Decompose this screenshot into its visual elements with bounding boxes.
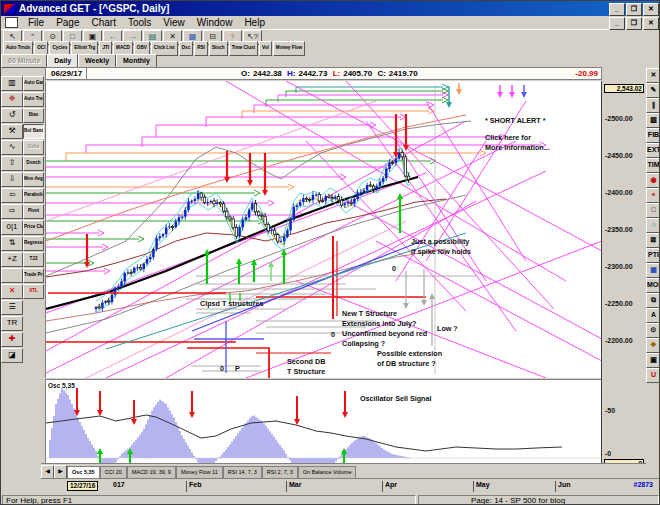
button-parabolic[interactable]: Parabolic	[23, 188, 44, 203]
fib-time-button[interactable]: TIM	[646, 158, 660, 173]
button-pivot[interactable]: Pivot	[23, 204, 44, 219]
button-trade-profile[interactable]: Trade Profile	[23, 268, 44, 283]
u-button[interactable]: U	[646, 368, 660, 383]
menu-help[interactable]: Help	[238, 16, 271, 29]
mdi-doc-icon[interactable]	[5, 17, 18, 28]
tab-monthly[interactable]: Monthly	[116, 54, 157, 68]
close-button[interactable]: ✕	[643, 3, 659, 16]
scroll-left-button[interactable]: ◀	[41, 465, 54, 479]
blank-box-icon[interactable]	[1, 268, 23, 283]
price-chart-plot[interactable]: * SHORT ALERT *Click here forMore Inform…	[45, 81, 601, 378]
button-xtl[interactable]: XTL	[23, 284, 44, 299]
price-tick-label: -2400.00	[605, 189, 633, 196]
zoom-chart-icon[interactable]: ⧉	[646, 293, 660, 308]
left-arrow-icon[interactable]: ⇦	[1, 188, 23, 203]
trend-tr-icon[interactable]: TR	[1, 316, 23, 331]
open-value: 2442.38	[253, 69, 282, 78]
oscillator-svg: Osc 5,35Oscillator Sell Signal	[46, 380, 602, 463]
price-tick-label: -2500.00	[605, 115, 633, 122]
chart-annotation: 0	[331, 330, 335, 339]
tab-daily[interactable]: Daily	[47, 54, 78, 68]
button-price-clust[interactable]: Price Clust	[23, 220, 44, 235]
gann-circle-icon[interactable]: ◉	[646, 173, 660, 188]
low-label: L:	[333, 69, 341, 78]
button-tj2[interactable]: TJ2	[23, 252, 44, 267]
menu-chart[interactable]: Chart	[85, 16, 121, 29]
study-osc[interactable]: Osc	[179, 41, 194, 56]
quick-reset-icon[interactable]: ↺	[1, 108, 23, 123]
study-vol[interactable]: Vol	[259, 41, 272, 56]
chart-annotation: Collapsing ?	[342, 339, 385, 348]
chart-annotation: New T Structure	[342, 309, 397, 318]
erase-tool-icon[interactable]: ⊠	[646, 233, 660, 248]
high-value: 2442.73	[299, 69, 328, 78]
button-bol-band[interactable]: Bol Band	[23, 124, 44, 139]
copy-icon[interactable]: ▣	[646, 353, 660, 368]
close-x-icon[interactable]: ✕	[646, 68, 660, 83]
chart-annotation: Low ?	[437, 324, 458, 333]
chart-annotation: of DB structure ?	[377, 359, 436, 368]
palette2-icon[interactable]: ❖	[646, 338, 660, 353]
study-tools-icon[interactable]: ⚒	[1, 124, 23, 139]
mdi-minimize-button[interactable]: _	[609, 17, 625, 30]
study-stoch[interactable]: Stoch	[209, 41, 228, 56]
mdi-close-button[interactable]: ✕	[643, 17, 659, 30]
grid-icon[interactable]: ▦	[646, 263, 660, 278]
button-donch[interactable]: Donch	[23, 156, 44, 171]
price-chart-svg: * SHORT ALERT *Click here forMore Inform…	[46, 81, 602, 378]
menu-file[interactable]: File	[22, 16, 50, 29]
expand-icon[interactable]: +Z	[1, 252, 23, 267]
scroll-right-button[interactable]: ▶	[54, 465, 67, 479]
red-cross-icon[interactable]: ✚	[1, 332, 23, 347]
zero-one-icon[interactable]: 0|1	[1, 220, 23, 235]
multi-lines-icon[interactable]: ▨	[646, 113, 660, 128]
fib-extension-button[interactable]: EXT	[646, 143, 660, 158]
pti-button[interactable]: PTI	[646, 248, 660, 263]
lines-icon[interactable]: ☰	[1, 300, 23, 315]
date-axis: 12/27/16 017 FebMarAprMayJun #2873	[41, 478, 660, 494]
study-rsi[interactable]: RSI	[194, 41, 208, 56]
tab-weekly[interactable]: Weekly	[78, 54, 116, 68]
advanced-get-window: Advanced GET - [^GSPC, Daily] _ ❐ ✕ File…	[0, 0, 660, 505]
magnifier-icon[interactable]: ⊙	[646, 323, 660, 338]
back-arrows-icon[interactable]: «	[646, 188, 660, 203]
up-arrow-icon[interactable]: ⇧	[1, 156, 23, 171]
menu-tools[interactable]: Tools	[122, 16, 157, 29]
down-arrow-icon[interactable]: ⇩	[1, 172, 23, 187]
oscillator-plot[interactable]: Osc 5,35Oscillator Sell Signal	[45, 379, 601, 463]
button-auto-trend[interactable]: Auto Trend	[23, 92, 44, 107]
box-tool-icon[interactable]: □	[646, 203, 660, 218]
menubar: File Page Chart Tools View Window Help _…	[1, 16, 660, 30]
eraser-icon[interactable]: ◪	[1, 348, 23, 363]
menu-view[interactable]: View	[157, 16, 191, 29]
elliott-wave-icon[interactable]: ∿	[1, 140, 23, 155]
mdi-restore-button[interactable]: ❐	[626, 17, 642, 30]
button-regressn[interactable]: Regressn	[23, 236, 44, 251]
menu-page[interactable]: Page	[50, 16, 85, 29]
fib-retrace-button[interactable]: FIB	[646, 128, 660, 143]
button-bias[interactable]: Bias	[23, 108, 44, 123]
right-arrow-icon[interactable]: ⇨	[1, 204, 23, 219]
status-page-info: Page: 14 - SP 500 for blog	[418, 495, 659, 505]
menu-window[interactable]: Window	[191, 16, 239, 29]
pencil-icon[interactable]: ✎	[646, 83, 660, 98]
minimize-button[interactable]: _	[609, 3, 625, 16]
month-label-apr: Apr	[382, 481, 397, 492]
button-auto-gann[interactable]: Auto Gann	[23, 76, 44, 91]
study-time-clust[interactable]: Time Clust	[229, 41, 258, 56]
restore-button[interactable]: ❐	[626, 3, 642, 16]
open-chart-icon[interactable]: ▥	[1, 76, 23, 91]
delete-lines-icon[interactable]: ✕	[1, 284, 23, 299]
titlebar[interactable]: Advanced GET - [^GSPC, Daily] _ ❐ ✕	[1, 1, 660, 16]
chart-annotation: if spike low holds	[411, 247, 471, 256]
retrace-icon[interactable]: ⇅	[1, 236, 23, 251]
parallel-lines-icon[interactable]: ∥	[646, 98, 660, 113]
palette-icon[interactable]: ❖	[1, 92, 23, 107]
button-mov-avg[interactable]: Mov Avg	[23, 172, 44, 187]
price-tick-label: -2450.00	[605, 152, 633, 159]
chart-annotation: Clpsd T structures	[200, 299, 264, 308]
text-tool-button[interactable]: A	[646, 308, 660, 323]
mob-button[interactable]: MOB	[646, 278, 660, 293]
study-money-flow[interactable]: Money Flow	[273, 41, 305, 56]
ellipse-tool-icon[interactable]: ○	[646, 218, 660, 233]
